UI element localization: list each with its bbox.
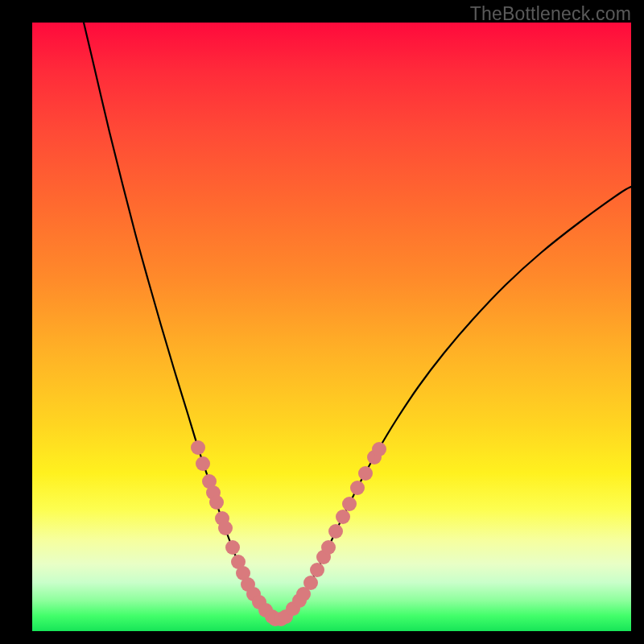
bottleneck-curve: [84, 23, 631, 620]
curve-marker: [310, 563, 324, 577]
curve-marker: [196, 456, 210, 471]
curve-marker: [321, 540, 336, 555]
curve-marker: [336, 510, 350, 524]
curve-marker: [209, 495, 224, 510]
curve-svg: [32, 23, 631, 631]
curve-markers: [191, 440, 386, 626]
chart-frame: TheBottleneck.com: [0, 0, 644, 644]
curve-marker: [372, 442, 386, 456]
curve-marker: [191, 440, 205, 455]
curve-marker: [328, 524, 343, 539]
curve-marker: [218, 521, 233, 535]
plot-area: [32, 23, 631, 631]
curve-marker: [303, 576, 318, 590]
curve-marker: [350, 481, 365, 495]
watermark-text: TheBottleneck.com: [470, 3, 631, 25]
curve-marker: [225, 540, 240, 555]
curve-marker: [342, 497, 357, 511]
curve-marker: [358, 466, 373, 481]
